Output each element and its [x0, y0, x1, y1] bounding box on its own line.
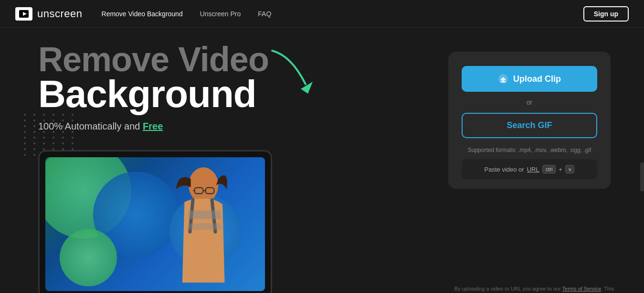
nav-link-faq[interactable]: FAQ [258, 10, 271, 18]
monitor-mockup [38, 150, 434, 293]
ctrl-key: ctrl [542, 165, 556, 174]
left-section: // render dots (function() { const dp = … [38, 37, 434, 293]
v-key: v [565, 165, 575, 174]
arrow-decoration [267, 46, 315, 103]
upload-clip-button[interactable]: Upload Clip [462, 66, 597, 92]
right-section: Upload Clip or Search GIF Supported form… [434, 37, 615, 293]
paste-url-row: Paste video or URL ctrl + v [462, 159, 597, 179]
or-divider: or [462, 98, 597, 106]
search-gif-button[interactable]: Search GIF [462, 113, 597, 138]
svg-marker-2 [301, 82, 313, 94]
subtitle-free: Free [143, 121, 163, 131]
navbar: unscreen Remove Video Background Unscree… [0, 0, 644, 28]
subtitle: 100% Automatically and Free [38, 121, 434, 132]
monitor-screen [45, 157, 265, 291]
svg-point-3 [189, 167, 218, 203]
signup-button[interactable]: Sign up [583, 6, 629, 22]
upload-card: Upload Clip or Search GIF Supported form… [448, 52, 611, 189]
nav-link-pro[interactable]: Unscreen Pro [200, 10, 241, 18]
logo[interactable]: unscreen [15, 7, 83, 21]
nav-left: unscreen Remove Video Background Unscree… [15, 7, 271, 21]
footer-legal: By uploading a video or URL you agree to… [453, 285, 615, 293]
url-link[interactable]: URL [527, 166, 539, 173]
monitor-frame [38, 150, 272, 293]
main-content: // render dots (function() { const dp = … [0, 28, 644, 293]
brand-name: unscreen [37, 8, 83, 20]
logo-icon [15, 7, 32, 21]
scroll-hint [640, 163, 644, 191]
nav-link-remove-bg[interactable]: Remove Video Background [102, 10, 183, 18]
terms-of-service-link-1[interactable]: Terms of Service [562, 286, 602, 292]
paste-label: Paste video or [485, 166, 524, 173]
hero-title-bottom: Background [38, 74, 434, 114]
person-silhouette [135, 164, 255, 291]
upload-icon [498, 74, 508, 84]
hero-title-top: Remove Video [38, 42, 434, 76]
dot-pattern-decoration: // render dots (function() { const dp = … [24, 114, 77, 156]
nav-links: Remove Video Background Unscreen Pro FAQ [102, 10, 272, 18]
bg-blob-4 [60, 229, 117, 286]
plus-sign: + [559, 166, 562, 173]
supported-formats: Supported formats: .mp4, .mov, .webm, .o… [462, 147, 597, 153]
